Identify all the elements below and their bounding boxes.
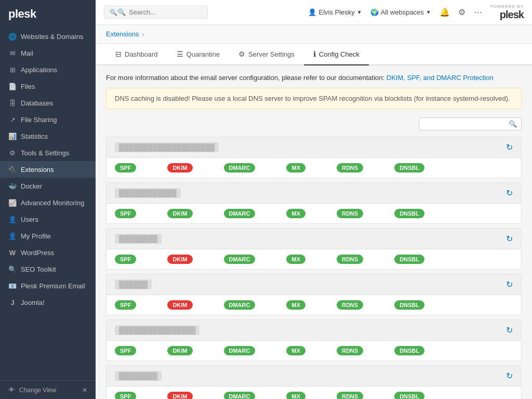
badge-mx: MX [286,163,305,172]
domain-name: ████████ [115,234,162,244]
domain-header: ████████↻ [107,229,521,249]
breadcrumb-link[interactable]: Extensions [106,30,139,38]
domain-refresh-button[interactable]: ↻ [506,188,513,198]
tabs: ⊟ Dashboard ☰ Quarantine ⚙ Server Settin… [96,44,532,65]
domain-refresh-button[interactable]: ↻ [506,325,513,335]
domain-section: ████████↻SPFDKIMDMARCMXRDNSDNSBL [106,365,522,399]
share-icon [8,115,17,124]
sidebar-item-statistics[interactable]: Statistics [0,128,96,144]
main-area: 🔍 👤 Elvis Plesky ▼ 🌍 All webspaces ▼ 🔔 ⚙… [96,0,532,399]
config-check-tab-icon: ℹ [313,50,316,58]
search-icon: 🔍 [110,8,126,16]
badge-spf: SPF [115,300,136,310]
dkim-link[interactable]: DKIM, SPF, and DMARC Protection [387,74,494,82]
profile-icon [8,232,17,240]
content-search-input-wrapper[interactable]: 🔍 [419,117,522,130]
apps-icon [8,65,17,74]
domain-refresh-button[interactable]: ↻ [506,234,513,244]
domain-name: ██████ [115,280,152,289]
sidebar-item-extensions[interactable]: Extensions [0,161,96,178]
badge-dmarc: DMARC [224,300,256,310]
sidebar-item-my-profile[interactable]: My Profile [0,228,96,244]
files-icon [8,82,17,90]
badge-mx: MX [286,255,305,264]
badge-dmarc: DMARC [224,346,256,355]
sidebar-item-label: Docker [21,182,42,190]
stats-icon [8,132,17,140]
domain-badges-row: SPFDKIMDMARCMXRDNSDNSBL [107,158,521,178]
domain-header: ████████████↻ [107,183,521,204]
dashboard-tab-icon: ⊟ [115,50,122,58]
tab-quarantine[interactable]: ☰ Quarantine [167,44,229,65]
content-search-field[interactable] [423,120,507,128]
badge-dnsbl: DNSBL [394,392,424,399]
mail-icon [8,49,17,57]
users-icon [8,215,17,223]
db-icon [8,99,17,107]
view-icon [8,386,15,394]
badge-spf: SPF [115,209,136,218]
sidebar-item-label: Mail [21,49,33,57]
sidebar-item-advanced-monitoring[interactable]: Advanced Monitoring [0,194,96,211]
change-view-label[interactable]: Change View [19,387,56,394]
badge-dkim: DKIM [167,346,192,355]
domain-list: ████████████████████↻SPFDKIMDMARCMXRDNSD… [106,137,522,399]
server-settings-tab-icon: ⚙ [238,50,245,58]
wp-icon [8,248,17,257]
sidebar-item-wordpress[interactable]: WordPress [0,244,96,261]
tab-dashboard[interactable]: ⊟ Dashboard [106,44,167,65]
sidebar-item-label: SEO Toolkit [21,265,56,273]
tab-config-check[interactable]: ℹ Config Check [304,44,369,65]
badge-dkim: DKIM [167,163,192,172]
breadcrumb: Extensions › [96,25,532,44]
tab-quarantine-label: Quarantine [187,50,220,58]
domain-refresh-button[interactable]: ↻ [506,142,513,152]
sidebar-item-docker[interactable]: Docker [0,178,96,194]
badge-rdns: RDNS [337,209,363,218]
badge-dnsbl: DNSBL [394,300,424,310]
domain-name: ████████ [115,371,162,381]
workspace-selector[interactable]: 🌍 All webspaces ▼ [370,8,431,16]
more-icon[interactable]: ⋯ [474,7,482,17]
search-input[interactable] [129,8,202,16]
badge-rdns: RDNS [337,163,363,172]
seo-icon [8,265,17,273]
domain-name: ████████████████ [115,325,200,335]
sidebar-item-tools-settings[interactable]: Tools & Settings [0,144,96,161]
info-text: For more information about the email ser… [106,74,522,82]
badge-dmarc: DMARC [224,392,256,399]
premium-email-icon [8,282,17,290]
badge-spf: SPF [115,392,136,399]
inner-content: For more information about the email ser… [96,65,532,399]
sidebar-item-applications[interactable]: Applications [0,61,96,78]
badge-dmarc: DMARC [224,255,256,264]
sidebar-item-mail[interactable]: Mail [0,45,96,61]
search-bar[interactable]: 🔍 [104,6,208,19]
sidebar-item-joomla[interactable]: Joomla! [0,294,96,311]
gear-icon[interactable]: ⚙ [458,7,466,17]
domain-badges-row: SPFDKIMDMARCMXRDNSDNSBL [107,295,521,315]
sidebar: plesk Websites & Domains Mail Applicatio… [0,0,96,399]
sidebar-item-seo-toolkit[interactable]: SEO Toolkit [0,261,96,277]
user-dropdown-icon: ▼ [357,9,362,15]
sidebar-item-users[interactable]: Users [0,211,96,228]
domain-section: ████████████████↻SPFDKIMDMARCMXRDNSDNSBL [106,320,522,361]
topbar-right: 👤 Elvis Plesky ▼ 🌍 All webspaces ▼ 🔔 ⚙ ⋯… [308,4,524,21]
sidebar-item-websites-domains[interactable]: Websites & Domains [0,28,96,45]
sidebar-item-files[interactable]: Files [0,78,96,95]
domain-refresh-button[interactable]: ↻ [506,280,513,289]
domain-refresh-button[interactable]: ↻ [506,371,513,381]
user-menu[interactable]: 👤 Elvis Plesky ▼ [308,8,362,16]
bell-icon[interactable]: 🔔 [440,7,450,17]
domain-header: ████████████████↻ [107,320,521,341]
tab-server-settings[interactable]: ⚙ Server Settings [229,44,304,65]
sidebar-close-button[interactable]: ✕ [82,387,87,394]
sidebar-item-file-sharing[interactable]: File Sharing [0,111,96,128]
sidebar-item-databases[interactable]: Databases [0,95,96,111]
badge-dnsbl: DNSBL [394,255,424,264]
user-name: Elvis Plesky [318,8,354,16]
sidebar-item-label: Advanced Monitoring [21,199,84,207]
plesk-logo: POWERED BY plesk [490,4,524,21]
sidebar-item-plesk-premium-email[interactable]: Plesk Premium Email [0,277,96,294]
powered-by-text: POWERED BY [490,4,524,9]
